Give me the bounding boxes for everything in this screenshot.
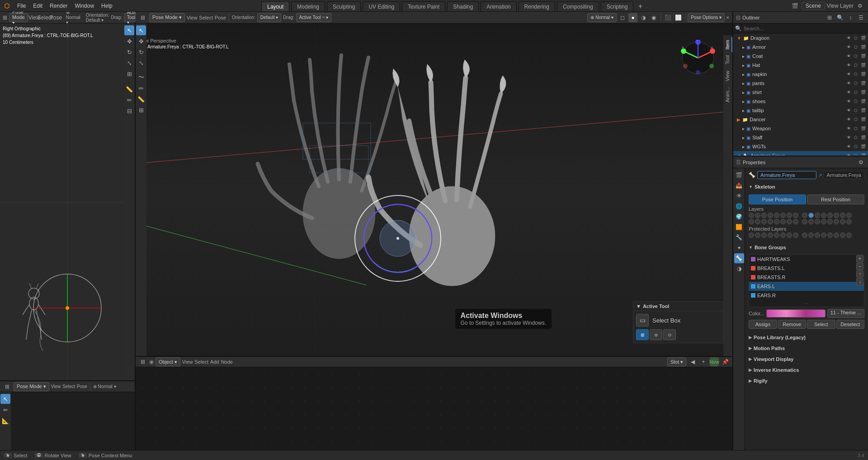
menu-edit[interactable]: Edit xyxy=(29,0,46,11)
node-prev[interactable]: ◀ xyxy=(688,357,697,366)
dragoon-render[interactable]: 🎬 xyxy=(860,35,866,41)
n-panel-item[interactable]: Item xyxy=(723,37,732,52)
tab-texture-paint[interactable]: Texture Paint xyxy=(402,1,445,11)
tab-uv-editing[interactable]: UV Editing xyxy=(363,1,400,11)
tool2-brush[interactable]: ✏ xyxy=(0,405,10,415)
armature-name-field[interactable]: Armature.Freya xyxy=(757,171,816,179)
layer-26[interactable] xyxy=(815,219,820,224)
player-9[interactable] xyxy=(808,232,814,238)
bone-group-remove[interactable]: − xyxy=(856,263,863,270)
layer-11[interactable] xyxy=(821,213,826,218)
outliner-napkin[interactable]: ▸ ▣ napkin 👁 ⬡ 🎬 xyxy=(733,70,868,79)
bg-breastsr[interactable]: BREASTS.R xyxy=(749,273,864,282)
bg-hairtweaks[interactable]: HAIRTWEAKS xyxy=(749,255,864,264)
player-3[interactable] xyxy=(768,232,773,238)
pose-library-section[interactable]: ▶ Pose Library (Legacy) xyxy=(747,332,866,342)
player-8[interactable] xyxy=(802,232,807,238)
tool-mode-new[interactable]: ⊞ xyxy=(636,329,649,340)
deselect-btn[interactable]: Deselect xyxy=(836,320,865,329)
layer-15[interactable] xyxy=(846,213,852,218)
tool2-measure[interactable]: 📐 xyxy=(0,416,10,426)
coat-ren[interactable]: 🎬 xyxy=(860,53,866,59)
left-viewport-toggle[interactable]: ⊞ xyxy=(3,13,7,22)
prop-tab-world[interactable]: 🌍 xyxy=(734,212,744,222)
menu-window[interactable]: Window xyxy=(71,0,98,11)
player-6[interactable] xyxy=(787,232,792,238)
layer-19[interactable] xyxy=(768,219,773,224)
coat-vp[interactable]: ⬡ xyxy=(853,53,859,59)
bg-earsl[interactable]: EARS.L xyxy=(749,282,864,291)
player-14[interactable] xyxy=(840,232,845,238)
node-object-mode[interactable]: Object ▾ xyxy=(156,357,180,366)
player-11[interactable] xyxy=(821,232,826,238)
armor-ren[interactable]: 🎬 xyxy=(860,44,866,50)
main-overlay[interactable]: ⬛ xyxy=(663,13,672,22)
player-12[interactable] xyxy=(827,232,833,238)
remove-btn[interactable]: Remove xyxy=(778,320,807,329)
dragoon-viewport[interactable]: ⬡ xyxy=(853,35,859,41)
layer-2[interactable] xyxy=(761,213,767,218)
main-view[interactable]: View xyxy=(187,15,198,20)
layer-28[interactable] xyxy=(827,219,833,224)
node-select[interactable]: Select xyxy=(195,359,209,365)
left-pose-mode[interactable]: Pose Mode ▾ xyxy=(9,13,28,22)
add-workspace-tab[interactable]: + xyxy=(635,1,645,11)
node-pin[interactable]: 📌 xyxy=(721,357,730,366)
pose-options-btn[interactable]: Pose Options ▾ xyxy=(688,13,725,22)
scene-dropdown[interactable]: Scene xyxy=(802,2,825,10)
layer-0[interactable] xyxy=(749,213,754,218)
coat-vis[interactable]: 👁 xyxy=(845,53,852,59)
prop-tab-view[interactable]: 👁 xyxy=(734,191,744,201)
player-1[interactable] xyxy=(755,232,760,238)
main-pose[interactable]: Pose xyxy=(215,15,226,20)
bg-breastsl[interactable]: BREASTS.L xyxy=(749,264,864,273)
left-bottom-toggle[interactable]: ⊞ xyxy=(3,382,12,391)
main-tool-annotate[interactable]: ✏ xyxy=(136,83,146,93)
layer-12[interactable] xyxy=(827,213,833,218)
tool-mode-add[interactable]: ⊕ xyxy=(650,329,662,340)
main-shading-solid[interactable]: ● xyxy=(628,13,637,22)
motion-paths-section[interactable]: ▶ Motion Paths xyxy=(747,343,866,353)
layer-13[interactable] xyxy=(834,213,839,218)
tool-grid[interactable]: ⊟ xyxy=(124,106,134,116)
assign-btn[interactable]: Assign xyxy=(749,320,777,329)
node-node[interactable]: Node xyxy=(221,359,233,365)
outliner-armature-freya[interactable]: ▼ 🦴 Armature.Freya 👁 ⬡ 🎬 xyxy=(733,151,868,156)
tab-modeling[interactable]: Modeling xyxy=(291,1,325,11)
color-theme-dropdown[interactable]: 11 - Theme ... xyxy=(827,309,864,318)
outliner-pants[interactable]: ▸ ▣ pants 👁 ⬡ 🎬 xyxy=(733,79,868,88)
player-7[interactable] xyxy=(793,232,798,238)
layer-8[interactable] xyxy=(802,213,807,218)
node-new[interactable]: New xyxy=(710,357,719,366)
outliner-wgts[interactable]: ▸ ▣ WGTs 👁 ⬡ 🎬 xyxy=(733,142,868,151)
viewport-gizmo[interactable]: X Y Z xyxy=(680,40,716,76)
bone-group-down[interactable]: ↓ xyxy=(856,278,863,285)
layer-18[interactable] xyxy=(761,219,767,224)
layer-22[interactable] xyxy=(787,219,792,224)
prop-tab-scene[interactable]: 🌐 xyxy=(734,201,744,211)
main-orientation[interactable]: Default ▾ xyxy=(257,13,281,22)
main-select[interactable]: Select xyxy=(199,15,213,20)
layer-25[interactable] xyxy=(808,219,814,224)
render-icon[interactable]: 🎬 xyxy=(791,1,800,10)
main-xray[interactable]: ⬜ xyxy=(674,13,683,22)
outliner-search[interactable]: 🔍 xyxy=(835,13,844,22)
node-toggle[interactable]: ⊞ xyxy=(138,357,147,366)
viewport-display-section[interactable]: ▶ Viewport Display xyxy=(747,354,866,364)
select-btn[interactable]: Select xyxy=(807,320,835,329)
layer-23[interactable] xyxy=(793,219,798,224)
outliner-dancer[interactable]: ▶ 📁 Dancer 👁 ⬡ 🎬 xyxy=(733,115,868,124)
outliner-dragoon[interactable]: ▼ 📁 Dragoon 👁 ⬡ 🎬 xyxy=(733,33,868,43)
blender-logo[interactable]: ⬡ xyxy=(0,0,14,12)
n-panel-view[interactable]: View xyxy=(723,68,732,84)
layer-27[interactable] xyxy=(821,219,826,224)
player-10[interactable] xyxy=(815,232,820,238)
outliner-tailtip[interactable]: ▸ ▣ tailtip 👁 ⬡ 🎬 xyxy=(733,106,868,115)
left-pose-menu[interactable]: Pose xyxy=(52,13,61,22)
outliner-weapon[interactable]: ▸ ▣ Weapon 👁 ⬡ 🎬 xyxy=(733,124,868,133)
tool-annotate[interactable]: ✏ xyxy=(124,95,134,105)
menu-file[interactable]: File xyxy=(14,0,29,11)
menu-help[interactable]: Help xyxy=(98,0,116,11)
layer-17[interactable] xyxy=(755,219,760,224)
prop-tab-object[interactable]: 🟧 xyxy=(734,222,744,232)
